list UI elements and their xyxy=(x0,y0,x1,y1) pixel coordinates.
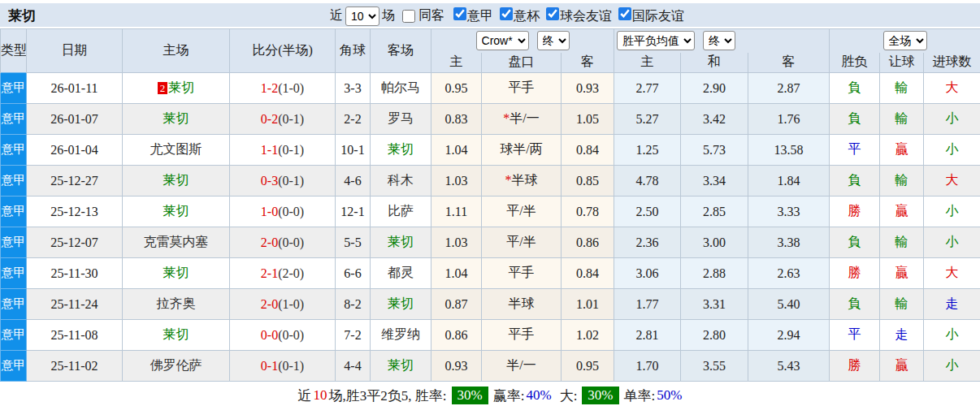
euro-draw-odds: 3.31 xyxy=(703,297,726,311)
same-away-checkbox[interactable] xyxy=(402,10,415,23)
corner-cell: 4-6 xyxy=(336,166,371,197)
outcome-label: 勝 xyxy=(848,204,861,218)
handicap-line: 半/一 xyxy=(506,358,536,372)
table-row: 意甲25-11-30莱切2-1(2-0)6-6都灵1.04平手0.843.062… xyxy=(1,258,980,289)
euro-draw-odds-cell: 2.85 xyxy=(681,197,748,227)
score-cell: 2-0(0-0) xyxy=(230,227,336,258)
fulltime-score: 2-1 xyxy=(261,266,278,280)
handicap-result-label: 贏 xyxy=(895,266,908,279)
euro-draw-odds-cell: 3.42 xyxy=(681,104,748,135)
euro-away-odds-cell: 2.87 xyxy=(748,73,830,104)
euro-draw-odds: 3.34 xyxy=(703,174,726,188)
asia-away-odds: 0.86 xyxy=(576,235,599,249)
euro-draw-odds: 3.00 xyxy=(703,235,726,249)
asia-away-odds-cell: 0.84 xyxy=(562,258,614,289)
euro-away-odds-cell: 2.63 xyxy=(748,258,830,289)
date-cell: 25-12-27 xyxy=(27,166,123,197)
handicap-line: 半球 xyxy=(509,296,535,310)
halftime-score: (1-0) xyxy=(278,297,304,311)
outcome-cell: 負 xyxy=(830,289,880,320)
euro-draw-odds: 3.42 xyxy=(703,112,726,126)
sub-header-euro-draw: 和 xyxy=(681,53,748,73)
scope-select[interactable]: 全场 xyxy=(883,31,927,50)
handicap-cell: 半球 xyxy=(482,289,562,320)
match-count-select[interactable]: 10 xyxy=(345,6,379,26)
euro-away-odds: 2.87 xyxy=(778,81,800,95)
away-team-cell: 帕尔马 xyxy=(371,73,431,104)
handicap-cell: 平/半 xyxy=(482,227,562,258)
handicap-line: 平手 xyxy=(509,266,535,279)
home-team-cell: 2莱切 xyxy=(123,73,230,104)
league-cell: 意甲 xyxy=(1,351,27,382)
league-checkbox-label: 国际友谊 xyxy=(632,9,684,23)
asia-home-odds-cell: 0.87 xyxy=(431,289,482,320)
home-team-name: 莱切 xyxy=(163,266,189,279)
league-cell: 意甲 xyxy=(1,197,27,227)
score-cell: 0-0(0-0) xyxy=(230,320,336,351)
euro-away-odds: 1.76 xyxy=(778,112,800,126)
handicap-cell: *半球 xyxy=(482,166,562,197)
match-date: 26-01-07 xyxy=(50,112,98,126)
goals-label: 小 xyxy=(946,235,959,248)
asia-away-odds: 0.85 xyxy=(576,174,599,188)
col-header-corner: 角球 xyxy=(336,29,371,73)
match-date: 25-12-27 xyxy=(50,174,98,188)
home-team-name: 佛罗伦萨 xyxy=(150,358,202,372)
away-team-name: 维罗纳 xyxy=(381,327,420,341)
asia-away-odds-cell: 1.05 xyxy=(562,104,614,135)
match-date: 25-11-08 xyxy=(50,328,98,342)
goals-cell: 小 xyxy=(924,104,980,135)
table-row: 意甲25-11-08莱切0-0(0-0)7-2维罗纳0.86平手1.022.81… xyxy=(1,320,980,351)
date-cell: 25-11-24 xyxy=(27,289,123,320)
league-checkbox[interactable] xyxy=(546,7,559,20)
outcome-label: 勝 xyxy=(848,358,861,372)
europe-time-select[interactable]: 终 xyxy=(703,31,735,50)
fulltime-score: 0-0 xyxy=(261,328,278,342)
away-team-name: 莱切 xyxy=(388,296,414,310)
goals-cell: 小 xyxy=(924,227,980,258)
league-label: 意甲 xyxy=(2,81,26,94)
sub-header-handicap-result: 让球 xyxy=(880,53,924,73)
halftime-score: (0-0) xyxy=(278,205,304,218)
away-team-cell: 莱切 xyxy=(371,227,431,258)
asia-away-odds-cell: 0.86 xyxy=(562,227,614,258)
euro-home-odds-cell: 2.77 xyxy=(614,73,681,104)
league-checkbox[interactable] xyxy=(500,7,513,20)
score-cell: 1-2(1-0) xyxy=(230,73,336,104)
league-checkbox[interactable] xyxy=(618,7,631,20)
league-label: 意甲 xyxy=(2,328,26,341)
goals-cell: 大 xyxy=(924,73,980,104)
corner-score: 4-4 xyxy=(344,359,361,373)
euro-home-odds-cell: 1.70 xyxy=(614,351,681,382)
outcome-cell: 平 xyxy=(830,135,880,166)
handicap-result-cell: 輸 xyxy=(880,289,924,320)
asia-home-odds-cell: 1.04 xyxy=(431,135,482,166)
handicap-result-cell: 贏 xyxy=(880,135,924,166)
euro-away-odds: 5.43 xyxy=(778,359,800,373)
fulltime-score: 0-2 xyxy=(261,112,278,126)
handicap-line: 平/半 xyxy=(506,204,536,218)
asia-away-odds: 1.05 xyxy=(576,112,599,126)
sub-header-outcome: 胜负 xyxy=(830,53,880,73)
bookmaker-select[interactable]: Crow* xyxy=(476,31,529,50)
date-cell: 25-12-13 xyxy=(27,197,123,227)
score-cell: 0-1(0-1) xyxy=(230,351,336,382)
home-team-cell: 莱切 xyxy=(123,197,230,227)
table-row: 意甲25-12-07克雷莫内塞2-0(0-0)5-5莱切1.03平/半0.862… xyxy=(1,227,980,258)
corner-score: 7-2 xyxy=(344,328,361,342)
asia-home-odds-cell: 0.93 xyxy=(431,351,482,382)
league-checkbox[interactable] xyxy=(453,7,466,20)
outcome-cell: 負 xyxy=(830,227,880,258)
asia-away-odds-cell: 0.95 xyxy=(562,351,614,382)
europe-odds-select[interactable]: 胜平负均值 xyxy=(617,31,695,50)
asia-time-select[interactable]: 终 xyxy=(537,31,570,50)
home-team-cell: 克雷莫内塞 xyxy=(123,227,230,258)
col-header-type: 类型 xyxy=(1,29,27,73)
sub-header-asia-home: 主 xyxy=(431,53,482,73)
euro-home-odds-cell: 1.25 xyxy=(614,135,681,166)
goals-label: 小 xyxy=(946,142,959,156)
asia-home-odds: 1.03 xyxy=(445,235,468,249)
outcome-label: 勝 xyxy=(848,266,861,279)
fulltime-score: 1-2 xyxy=(261,81,278,95)
match-date: 25-12-13 xyxy=(50,205,98,218)
